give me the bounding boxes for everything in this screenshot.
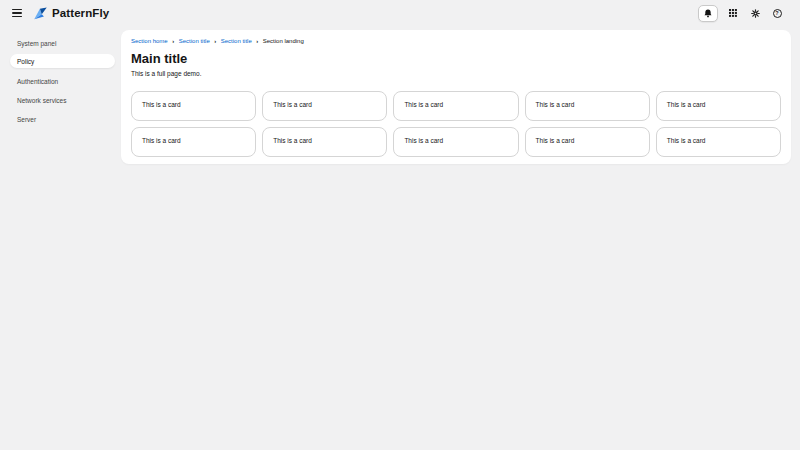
grid-icon [729,9,737,17]
patternfly-logo-icon [33,5,48,21]
breadcrumb-link-section-home[interactable]: Section home [131,38,168,45]
help-button[interactable]: ? [770,6,784,20]
app-launcher-button[interactable] [726,6,740,20]
sidebar-item-policy[interactable]: Policy [10,54,115,68]
masthead-actions: ? [698,5,784,22]
card[interactable]: This is a card [262,91,387,121]
card[interactable]: This is a card [131,127,256,157]
page-subtitle: This is a full page demo. [131,70,781,77]
sidebar-item-system-panel[interactable]: System panel [0,34,121,53]
gear-icon [751,9,760,18]
card[interactable]: This is a card [393,127,518,157]
sidebar-item-server[interactable]: Server [0,110,121,129]
notifications-button[interactable] [698,5,718,22]
sidebar-nav: System panel Policy Authentication Netwo… [0,26,121,450]
sidebar-item-authentication[interactable]: Authentication [0,72,121,91]
card[interactable]: This is a card [656,127,781,157]
masthead: PatternFly [0,0,800,26]
breadcrumb-link-section-title-2[interactable]: Section title [221,38,252,45]
card[interactable]: This is a card [656,91,781,121]
brand-name: PatternFly [52,7,109,19]
chevron-right-icon: › [256,38,258,45]
breadcrumb-current-page: Section landing [263,38,304,45]
chevron-right-icon: › [214,38,216,45]
card-grid: This is a card This is a card This is a … [131,91,781,157]
card[interactable]: This is a card [525,127,650,157]
menu-toggle-icon[interactable] [12,9,22,17]
card[interactable]: This is a card [393,91,518,121]
sidebar-item-network-services[interactable]: Network services [0,91,121,110]
main-content-panel: Section home › Section title › Section t… [121,30,791,164]
settings-button[interactable] [748,6,762,20]
chevron-right-icon: › [172,38,174,45]
card[interactable]: This is a card [525,91,650,121]
card[interactable]: This is a card [131,91,256,121]
breadcrumb-link-section-title-1[interactable]: Section title [179,38,210,45]
card[interactable]: This is a card [262,127,387,157]
question-icon: ? [773,9,782,18]
brand: PatternFly [33,5,109,21]
bell-icon [704,9,712,18]
breadcrumb: Section home › Section title › Section t… [131,38,781,45]
page-title: Main title [131,52,781,65]
